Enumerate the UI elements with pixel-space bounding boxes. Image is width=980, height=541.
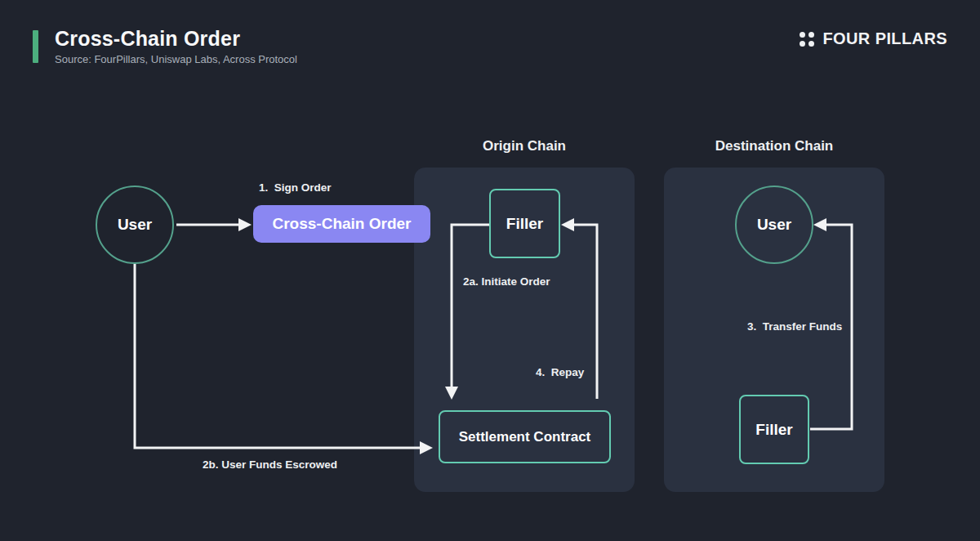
destination-filler-node: Filler	[739, 395, 809, 464]
origin-filler-node: Filler	[489, 189, 560, 258]
arrow-user-funds-escrowed	[135, 264, 420, 448]
brand-logo: FOUR PILLARS	[800, 29, 947, 48]
origin-filler-label: Filler	[506, 215, 543, 233]
user-node-left: User	[96, 186, 174, 264]
step-label-repay: 4. Repay	[536, 366, 584, 378]
step-label-sign-order: 1. Sign Order	[259, 181, 332, 194]
settlement-contract-node: Settlement Contract	[439, 410, 611, 463]
settlement-contract-label: Settlement Contract	[459, 429, 591, 445]
cross-chain-order-label: Cross-Chain Order	[273, 215, 412, 233]
page-title: Cross-Chain Order	[55, 27, 240, 51]
four-pillars-logo-icon	[800, 32, 814, 47]
cross-chain-order-node: Cross-Chain Order	[253, 205, 430, 243]
destination-chain-title: Destination Chain	[664, 138, 884, 154]
source-attribution: Source: FourPillars, Uniswap Labs, Acros…	[55, 53, 297, 65]
title-accent-bar	[33, 30, 38, 63]
user-node-label: User	[118, 216, 152, 234]
cross-chain-order-diagram: Cross-Chain Order Source: FourPillars, U…	[0, 0, 980, 541]
destination-user-label: User	[757, 216, 791, 234]
step-label-user-funds-escrowed: 2b. User Funds Escrowed	[203, 458, 337, 471]
step-label-transfer-funds: 3. Transfer Funds	[747, 320, 842, 333]
origin-chain-title: Origin Chain	[414, 138, 635, 154]
step-label-initiate-order: 2a. Initiate Order	[463, 275, 550, 288]
brand-name: FOUR PILLARS	[822, 29, 947, 48]
destination-filler-label: Filler	[755, 421, 792, 439]
user-node-destination: User	[735, 186, 813, 264]
arrowhead-sign-order	[238, 218, 252, 231]
